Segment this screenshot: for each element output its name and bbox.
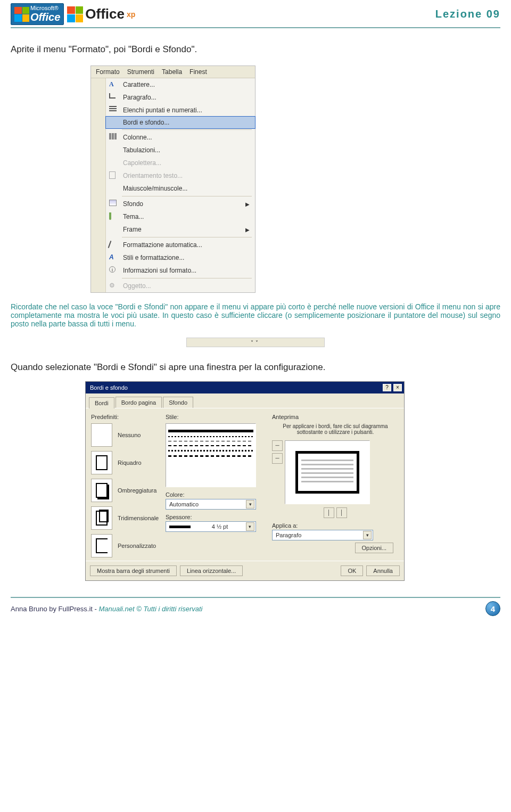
menu-item-7[interactable]: Orientamento testo... <box>106 169 255 182</box>
border-bottom-button[interactable]: ─ <box>272 453 283 464</box>
blank-icon <box>109 118 119 127</box>
border-right-button[interactable]: │ <box>336 507 347 518</box>
blank-icon <box>109 184 119 193</box>
menu-item-13[interactable]: AStili e formattazione... <box>106 251 255 264</box>
menu-item-label: Stili e formattazione... <box>123 254 250 261</box>
preset-tridimensionale[interactable]: Tridimensionale <box>91 506 160 530</box>
ms-office-badge: Microsoft® Office <box>11 3 64 25</box>
menu-item-4[interactable]: Colonne... <box>106 131 255 144</box>
menu-icon-strip <box>91 78 106 292</box>
menu-item-1[interactable]: Paragrafo... <box>106 91 255 104</box>
preview-canvas[interactable] <box>285 440 370 504</box>
note-paragraph: Ricordate che nel caso la voce "Bordi e … <box>11 302 500 328</box>
chevron-down-icon: ▾ <box>363 531 372 539</box>
applica-label: Applica a: <box>272 522 399 529</box>
chevron-down-icon: ▾ <box>246 522 254 531</box>
menu-item-15[interactable]: ⚙Oggetto... <box>106 280 255 292</box>
menu-item-label: Maiuscole/minuscole... <box>123 185 250 192</box>
preset-ombreggiatura[interactable]: Ombreggiatura <box>91 479 160 502</box>
opzioni-button[interactable]: Opzioni... <box>355 543 393 553</box>
applica-combo[interactable]: Paragrafo ▾ <box>272 530 373 540</box>
menubar-strumenti[interactable]: Strumenti <box>123 67 158 77</box>
footer-credits-plain: Anna Bruno by FullPress.it - <box>11 605 98 613</box>
blank-icon <box>109 159 119 167</box>
chain-icon: ⚙ <box>109 282 119 290</box>
vtext-icon <box>109 171 119 180</box>
para-icon <box>109 93 119 102</box>
list-icon <box>109 106 119 114</box>
page-footer: Anna Bruno by FullPress.it - Manuali.net… <box>11 597 500 621</box>
tab-bordo-pagina[interactable]: Bordo pagina <box>116 397 162 408</box>
styles-icon: A <box>109 253 119 262</box>
menu-expand-chevron[interactable]: ˅˅ <box>186 338 325 347</box>
menu-item-10[interactable]: Tema... <box>106 210 255 223</box>
spessore-label: Spessore: <box>166 514 267 520</box>
annulla-button[interactable]: Annulla <box>366 565 400 576</box>
tab-bordi[interactable]: Bordi <box>89 397 114 408</box>
menu-item-label: Colonne... <box>123 134 250 141</box>
menu-item-label: Capolettera... <box>123 159 250 167</box>
menu-item-label: Frame <box>123 226 245 233</box>
after-paragraph: Quando selezionate "Bordi e Sfondi" si a… <box>11 362 500 373</box>
menu-item-9[interactable]: Sfondo▶ <box>106 198 255 210</box>
spessore-combo[interactable]: 4 ½ pt ▾ <box>166 521 256 532</box>
intro-paragraph: Aprite il menu "Formato", poi "Bordi e S… <box>11 44 500 55</box>
preset-riquadro-label: Riquadro <box>118 460 142 466</box>
menu-item-label: Informazioni sul formato... <box>123 267 250 274</box>
A-icon: A <box>109 80 119 89</box>
menu-item-label: Carattere... <box>123 81 250 88</box>
blank-icon <box>109 146 119 154</box>
border-left-button[interactable]: │ <box>324 507 334 518</box>
style-listbox[interactable] <box>166 423 256 487</box>
help-button[interactable]: ? <box>383 384 391 391</box>
mostra-barra-button[interactable]: Mostra barra degli strumenti <box>90 565 177 576</box>
menu-item-8[interactable]: Maiuscole/minuscole... <box>106 182 255 195</box>
cols-icon <box>109 133 119 142</box>
office-label: Office <box>30 11 60 23</box>
border-top-button[interactable]: ─ <box>272 440 283 451</box>
menubar-finestra[interactable]: Finest <box>186 67 211 77</box>
close-button[interactable]: × <box>393 384 402 391</box>
menu-item-2[interactable]: Elenchi puntati e numerati... <box>106 104 255 117</box>
predefiniti-label: Predefiniti: <box>91 414 160 420</box>
tab-sfondo[interactable]: Sfondo <box>163 397 193 408</box>
menu-item-label: Elenchi puntati e numerati... <box>123 106 250 114</box>
menu-item-label: Paragrafo... <box>123 94 250 101</box>
preset-nessuno[interactable]: Nessuno <box>91 423 160 447</box>
menu-item-6[interactable]: Capolettera... <box>106 157 255 169</box>
dialog-tabs: Bordi Bordo pagina Sfondo <box>86 393 404 408</box>
spessore-value: 4 ½ pt <box>212 523 228 530</box>
menu-item-label: Formattazione automatica... <box>123 241 250 249</box>
preset-personalizzato-label: Personalizzato <box>118 543 156 549</box>
menubar-tabella[interactable]: Tabella <box>158 67 186 77</box>
menu-item-12[interactable]: Formattazione automatica... <box>106 239 255 251</box>
colore-combo[interactable]: Automatico ▾ <box>166 499 256 510</box>
ms-label: Microsoft® <box>30 5 60 11</box>
lesson-title: Lezione 09 <box>435 8 500 20</box>
menu-item-3[interactable]: Bordi e sfondo... <box>105 116 256 129</box>
footer-credits: Anna Bruno by FullPress.it - Manuali.net… <box>11 605 202 613</box>
footer-credits-italic: Manuali.net © Tutti i diritti riservati <box>98 605 202 613</box>
menu-item-14[interactable]: iInformazioni sul formato... <box>106 264 255 277</box>
blank-icon <box>109 225 119 234</box>
menu-item-0[interactable]: ACarattere... <box>106 78 255 91</box>
chevron-down-icon: ▾ <box>246 500 254 508</box>
menu-list: ACarattere...Paragrafo...Elenchi puntati… <box>106 78 255 292</box>
preset-personalizzato[interactable]: Personalizzato <box>91 534 160 557</box>
menubar-formato[interactable]: Formato <box>92 67 123 77</box>
menu-item-11[interactable]: Frame▶ <box>106 223 255 236</box>
page-number: 4 <box>485 601 500 616</box>
linea-orizzontale-button[interactable]: Linea orizzontale... <box>180 565 243 576</box>
menu-item-5[interactable]: Tabulazioni... <box>106 144 255 157</box>
submenu-arrow-icon: ▶ <box>245 227 250 233</box>
preset-riquadro[interactable]: Riquadro <box>91 451 160 474</box>
office-xp-badge: Office xp <box>67 6 135 22</box>
applica-value: Paragrafo <box>276 532 301 538</box>
colore-label: Colore: <box>166 491 267 498</box>
brush-icon <box>109 212 119 221</box>
dialog-title: Bordi e sfondo <box>90 384 128 391</box>
ok-button[interactable]: OK <box>341 565 363 576</box>
magic-icon <box>109 241 119 249</box>
officexp-text: Office <box>85 6 125 22</box>
logos-group: Microsoft® Office Office xp <box>11 3 135 25</box>
